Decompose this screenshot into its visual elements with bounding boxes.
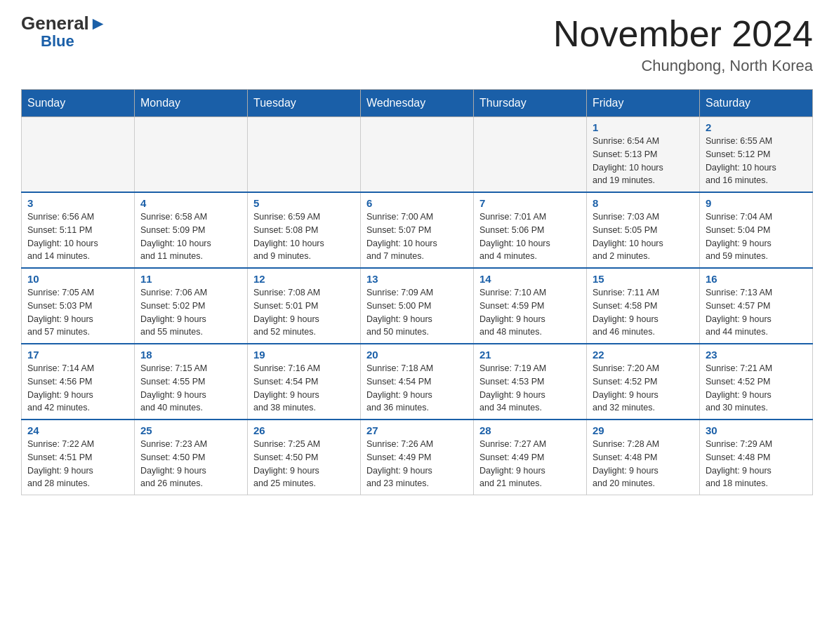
calendar-cell: 30Sunrise: 7:29 AMSunset: 4:48 PMDayligh…: [700, 420, 813, 495]
day-info: Sunrise: 7:21 AMSunset: 4:52 PMDaylight:…: [706, 362, 807, 415]
day-info: Sunrise: 6:58 AMSunset: 5:09 PMDaylight:…: [140, 210, 241, 263]
day-number: 9: [706, 197, 807, 209]
calendar-cell: [22, 117, 135, 193]
calendar-cell: 8Sunrise: 7:03 AMSunset: 5:05 PMDaylight…: [587, 192, 700, 268]
day-number: 25: [140, 424, 241, 436]
calendar-week-row-2: 3Sunrise: 6:56 AMSunset: 5:11 PMDaylight…: [22, 192, 813, 268]
day-number: 20: [366, 349, 468, 361]
calendar-cell: 20Sunrise: 7:18 AMSunset: 4:54 PMDayligh…: [361, 344, 474, 420]
day-number: 5: [253, 197, 355, 209]
day-number: 26: [253, 424, 355, 436]
calendar-cell: 16Sunrise: 7:13 AMSunset: 4:57 PMDayligh…: [700, 268, 813, 344]
calendar-cell: [474, 117, 587, 193]
day-number: 17: [27, 349, 128, 361]
calendar-header-row: Sunday Monday Tuesday Wednesday Thursday…: [22, 90, 813, 117]
calendar-cell: 23Sunrise: 7:21 AMSunset: 4:52 PMDayligh…: [700, 344, 813, 420]
calendar-cell: 13Sunrise: 7:09 AMSunset: 5:00 PMDayligh…: [361, 268, 474, 344]
calendar-cell: 22Sunrise: 7:20 AMSunset: 4:52 PMDayligh…: [587, 344, 700, 420]
calendar-table: Sunday Monday Tuesday Wednesday Thursday…: [21, 89, 813, 495]
calendar-cell: 10Sunrise: 7:05 AMSunset: 5:03 PMDayligh…: [22, 268, 135, 344]
day-info: Sunrise: 7:01 AMSunset: 5:06 PMDaylight:…: [479, 210, 581, 263]
day-info: Sunrise: 7:23 AMSunset: 4:50 PMDaylight:…: [140, 438, 241, 490]
day-number: 12: [253, 273, 355, 285]
day-info: Sunrise: 7:05 AMSunset: 5:03 PMDaylight:…: [27, 286, 128, 339]
calendar-cell: 19Sunrise: 7:16 AMSunset: 4:54 PMDayligh…: [248, 344, 361, 420]
day-number: 4: [140, 197, 241, 209]
col-wednesday: Wednesday: [361, 90, 474, 117]
col-tuesday: Tuesday: [248, 90, 361, 117]
calendar-cell: 7Sunrise: 7:01 AMSunset: 5:06 PMDaylight…: [474, 192, 587, 268]
logo-blue-text: Blue: [41, 32, 74, 51]
day-info: Sunrise: 7:00 AMSunset: 5:07 PMDaylight:…: [366, 210, 468, 263]
day-number: 28: [479, 424, 581, 436]
calendar-cell: 28Sunrise: 7:27 AMSunset: 4:49 PMDayligh…: [474, 420, 587, 495]
calendar-week-row-1: 1Sunrise: 6:54 AMSunset: 5:13 PMDaylight…: [22, 117, 813, 193]
calendar-cell: [135, 117, 248, 193]
day-info: Sunrise: 7:09 AMSunset: 5:00 PMDaylight:…: [366, 286, 468, 339]
day-number: 24: [27, 424, 128, 436]
calendar-week-row-4: 17Sunrise: 7:14 AMSunset: 4:56 PMDayligh…: [22, 344, 813, 420]
day-number: 6: [366, 197, 468, 209]
day-info: Sunrise: 7:04 AMSunset: 5:04 PMDaylight:…: [706, 210, 807, 263]
day-info: Sunrise: 7:10 AMSunset: 4:59 PMDaylight:…: [479, 286, 581, 339]
day-number: 18: [140, 349, 241, 361]
day-info: Sunrise: 7:28 AMSunset: 4:48 PMDaylight:…: [593, 438, 694, 490]
day-number: 2: [706, 121, 807, 133]
day-info: Sunrise: 7:03 AMSunset: 5:05 PMDaylight:…: [593, 210, 694, 263]
day-number: 22: [593, 349, 694, 361]
calendar-cell: 1Sunrise: 6:54 AMSunset: 5:13 PMDaylight…: [587, 117, 700, 193]
day-number: 8: [593, 197, 694, 209]
calendar-cell: 12Sunrise: 7:08 AMSunset: 5:01 PMDayligh…: [248, 268, 361, 344]
day-info: Sunrise: 7:19 AMSunset: 4:53 PMDaylight:…: [479, 362, 581, 415]
day-info: Sunrise: 7:13 AMSunset: 4:57 PMDaylight:…: [706, 286, 807, 339]
day-info: Sunrise: 7:14 AMSunset: 4:56 PMDaylight:…: [27, 362, 128, 415]
day-number: 29: [593, 424, 694, 436]
calendar-cell: 26Sunrise: 7:25 AMSunset: 4:50 PMDayligh…: [248, 420, 361, 495]
day-number: 19: [253, 349, 355, 361]
logo-general-text: General►: [21, 14, 107, 32]
day-info: Sunrise: 7:29 AMSunset: 4:48 PMDaylight:…: [706, 438, 807, 490]
day-info: Sunrise: 7:27 AMSunset: 4:49 PMDaylight:…: [479, 438, 581, 490]
day-info: Sunrise: 6:54 AMSunset: 5:13 PMDaylight:…: [593, 135, 694, 187]
calendar-cell: 21Sunrise: 7:19 AMSunset: 4:53 PMDayligh…: [474, 344, 587, 420]
day-info: Sunrise: 6:55 AMSunset: 5:12 PMDaylight:…: [706, 135, 807, 187]
col-monday: Monday: [135, 90, 248, 117]
day-number: 30: [706, 424, 807, 436]
day-info: Sunrise: 7:15 AMSunset: 4:55 PMDaylight:…: [140, 362, 241, 415]
day-number: 13: [366, 273, 468, 285]
day-number: 11: [140, 273, 241, 285]
calendar-cell: 25Sunrise: 7:23 AMSunset: 4:50 PMDayligh…: [135, 420, 248, 495]
title-section: November 2024 Chungbong, North Korea: [553, 14, 813, 75]
col-sunday: Sunday: [22, 90, 135, 117]
calendar-cell: 15Sunrise: 7:11 AMSunset: 4:58 PMDayligh…: [587, 268, 700, 344]
calendar-cell: 17Sunrise: 7:14 AMSunset: 4:56 PMDayligh…: [22, 344, 135, 420]
day-number: 15: [593, 273, 694, 285]
calendar-cell: 27Sunrise: 7:26 AMSunset: 4:49 PMDayligh…: [361, 420, 474, 495]
calendar-cell: 14Sunrise: 7:10 AMSunset: 4:59 PMDayligh…: [474, 268, 587, 344]
day-number: 1: [593, 121, 694, 133]
page-header: General► Blue November 2024 Chungbong, N…: [21, 14, 813, 75]
day-info: Sunrise: 7:08 AMSunset: 5:01 PMDaylight:…: [253, 286, 355, 339]
day-number: 16: [706, 273, 807, 285]
calendar-cell: 24Sunrise: 7:22 AMSunset: 4:51 PMDayligh…: [22, 420, 135, 495]
day-info: Sunrise: 7:20 AMSunset: 4:52 PMDaylight:…: [593, 362, 694, 415]
calendar-cell: [248, 117, 361, 193]
day-number: 10: [27, 273, 128, 285]
day-info: Sunrise: 6:56 AMSunset: 5:11 PMDaylight:…: [27, 210, 128, 263]
calendar-cell: 3Sunrise: 6:56 AMSunset: 5:11 PMDaylight…: [22, 192, 135, 268]
day-info: Sunrise: 7:16 AMSunset: 4:54 PMDaylight:…: [253, 362, 355, 415]
calendar-cell: 9Sunrise: 7:04 AMSunset: 5:04 PMDaylight…: [700, 192, 813, 268]
day-number: 21: [479, 349, 581, 361]
col-thursday: Thursday: [474, 90, 587, 117]
day-info: Sunrise: 6:59 AMSunset: 5:08 PMDaylight:…: [253, 210, 355, 263]
logo: General► Blue: [21, 14, 107, 51]
day-info: Sunrise: 7:22 AMSunset: 4:51 PMDaylight:…: [27, 438, 128, 490]
day-info: Sunrise: 7:25 AMSunset: 4:50 PMDaylight:…: [253, 438, 355, 490]
col-saturday: Saturday: [700, 90, 813, 117]
day-info: Sunrise: 7:06 AMSunset: 5:02 PMDaylight:…: [140, 286, 241, 339]
day-number: 3: [27, 197, 128, 209]
day-info: Sunrise: 7:26 AMSunset: 4:49 PMDaylight:…: [366, 438, 468, 490]
calendar-cell: 29Sunrise: 7:28 AMSunset: 4:48 PMDayligh…: [587, 420, 700, 495]
calendar-cell: 11Sunrise: 7:06 AMSunset: 5:02 PMDayligh…: [135, 268, 248, 344]
col-friday: Friday: [587, 90, 700, 117]
